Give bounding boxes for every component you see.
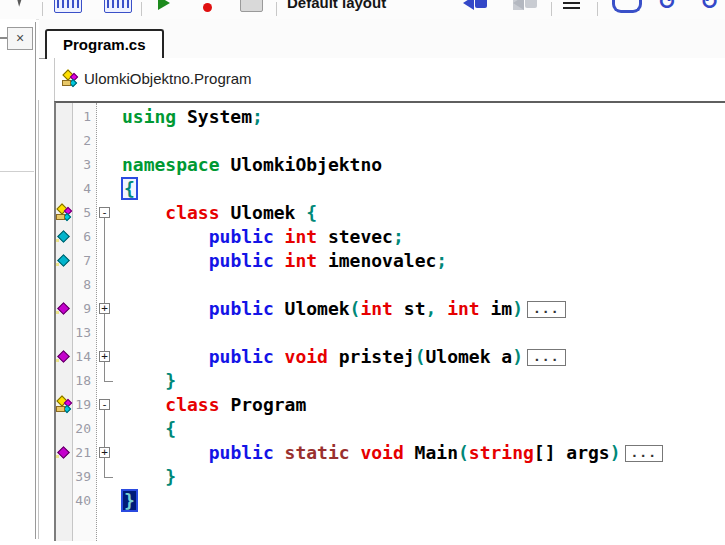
fold-margin (96, 489, 114, 513)
code-editor[interactable]: 1using System;23namespace UlomkiObjektno… (54, 101, 725, 541)
code-line: 19- class Program (56, 393, 725, 417)
nav-forward-icon[interactable] (525, 0, 537, 8)
code-line: 39 } (56, 465, 725, 489)
redo-icon[interactable]: ↻ (700, 0, 718, 13)
fold-margin (96, 129, 114, 153)
line-number[interactable]: 13 (72, 321, 96, 345)
gutter-icon-cell (56, 465, 72, 489)
mail-icon[interactable] (240, 0, 263, 12)
fold-margin (96, 465, 114, 489)
line-number[interactable]: 20 (72, 417, 96, 441)
line-number[interactable]: 14 (72, 345, 96, 369)
line-number[interactable]: 4 (72, 177, 96, 201)
gutter-icon-cell (56, 177, 72, 201)
method-icon (56, 301, 72, 317)
line-number[interactable]: 21 (72, 441, 96, 465)
folded-region[interactable]: ... (527, 349, 565, 366)
code-text[interactable] (114, 321, 725, 345)
toolbar-separator (42, 2, 43, 16)
line-number[interactable]: 2 (72, 129, 96, 153)
code-line: 4{ (56, 177, 725, 201)
code-line: 6 public int stevec; (56, 225, 725, 249)
toolbar-separator (276, 2, 277, 16)
line-number[interactable]: 39 (72, 465, 96, 489)
nav-back-icon[interactable] (463, 0, 474, 10)
line-number[interactable]: 18 (72, 369, 96, 393)
code-text[interactable]: namespace UlomkiObjektno (114, 153, 725, 177)
code-text[interactable] (114, 273, 725, 297)
gutter-icon-cell (56, 297, 72, 321)
fold-margin: + (96, 345, 114, 369)
fold-toggle[interactable]: - (99, 399, 110, 410)
code-text[interactable]: public int imenovalec; (114, 249, 725, 273)
gutter-icon-cell (56, 153, 72, 177)
brace-highlight: } (122, 490, 137, 511)
dock-splitter[interactable] (35, 22, 36, 539)
line-number[interactable]: 5 (72, 201, 96, 225)
breadcrumb[interactable]: UlomkiObjektno.Program (84, 70, 252, 87)
code-text[interactable]: { (114, 177, 725, 201)
layout-combobox[interactable]: Default layout (287, 0, 386, 11)
code-text[interactable]: } (114, 369, 725, 393)
line-number[interactable]: 19 (72, 393, 96, 417)
fold-toggle[interactable]: + (99, 447, 110, 458)
folded-region[interactable]: ... (625, 445, 663, 462)
dropdown-arrow-icon[interactable] (12, 0, 22, 7)
gutter-icon-cell (56, 129, 72, 153)
line-number[interactable]: 9 (72, 297, 96, 321)
close-panel-button[interactable]: × (7, 27, 33, 50)
tab-program-cs[interactable]: Program.cs (45, 29, 164, 59)
ruler-icon[interactable] (54, 0, 82, 13)
fold-toggle[interactable]: - (99, 207, 110, 218)
fold-margin: + (96, 441, 114, 465)
code-text[interactable]: class Program (114, 393, 725, 417)
gutter-icon-cell (56, 225, 72, 249)
code-line: 2 (56, 129, 725, 153)
fold-margin (96, 153, 114, 177)
fold-toggle[interactable]: + (99, 303, 110, 314)
method-icon (56, 349, 72, 365)
fold-margin (96, 417, 114, 441)
code-text[interactable]: class Ulomek { (114, 201, 725, 225)
code-text[interactable] (114, 129, 725, 153)
method-icon (56, 445, 72, 461)
code-text[interactable]: } (114, 465, 725, 489)
code-line: 7 public int imenovalec; (56, 249, 725, 273)
folded-region[interactable]: ... (527, 301, 565, 318)
code-text[interactable]: public Ulomek(int st, int im)... (114, 297, 725, 321)
line-number[interactable]: 6 (72, 225, 96, 249)
line-number[interactable]: 8 (72, 273, 96, 297)
fold-region-icon[interactable] (612, 0, 642, 13)
code-line: 21+ public static void Main(string[] arg… (56, 441, 725, 465)
line-number[interactable]: 40 (72, 489, 96, 513)
fold-margin (96, 105, 114, 129)
code-text[interactable]: { (114, 417, 725, 441)
lines-icon[interactable] (563, 0, 580, 9)
document-tabstrip: Program.cs (39, 19, 725, 59)
toolbar-separator (597, 2, 598, 16)
code-text[interactable]: public static void Main(string[] args)..… (114, 441, 725, 465)
undo-icon[interactable]: ↺ (658, 0, 676, 13)
code-text[interactable]: } (114, 489, 725, 513)
gutter-icon-cell (56, 369, 72, 393)
code-text[interactable]: public int stevec; (114, 225, 725, 249)
line-number[interactable]: 7 (72, 249, 96, 273)
ruler-icon[interactable] (104, 0, 132, 13)
line-number[interactable]: 3 (72, 153, 96, 177)
fold-toggle[interactable]: + (99, 351, 110, 362)
code-line: 1using System; (56, 105, 725, 129)
line-number[interactable]: 1 (72, 105, 96, 129)
code-text[interactable]: public void pristej(Ulomek a)... (114, 345, 725, 369)
nav-forward-icon[interactable] (513, 0, 524, 10)
toolbar-separator (141, 2, 142, 16)
class-icon (62, 71, 78, 87)
fold-margin (96, 273, 114, 297)
nav-back-icon[interactable] (475, 0, 487, 8)
run-icon[interactable] (158, 0, 170, 10)
gutter-icon-cell (56, 417, 72, 441)
navigator-bar[interactable]: UlomkiObjektno.Program (54, 58, 725, 101)
gutter-icon-cell (56, 321, 72, 345)
code-line: 20 { (56, 417, 725, 441)
breakpoint-icon[interactable] (203, 3, 212, 12)
code-text[interactable]: using System; (114, 105, 725, 129)
